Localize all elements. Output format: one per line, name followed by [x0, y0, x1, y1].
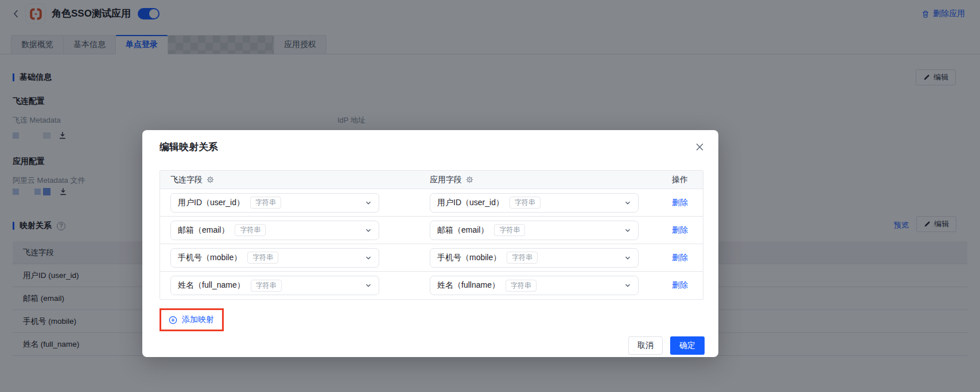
- select-value: 用户ID（user_id）: [178, 198, 244, 208]
- cancel-button[interactable]: 取消: [628, 336, 663, 355]
- type-tag: 字符串: [247, 252, 278, 264]
- feilian-column-header: 飞连字段: [160, 175, 419, 185]
- gear-icon[interactable]: [466, 176, 473, 183]
- type-tag: 字符串: [510, 197, 540, 209]
- modal-footer: 取消 确定: [628, 336, 705, 355]
- type-tag: 字符串: [494, 224, 525, 236]
- app-cell: 手机号（mobile） 字符串: [419, 248, 672, 268]
- app-cell: 姓名（fullname） 字符串: [419, 276, 672, 295]
- type-tag: 字符串: [251, 280, 282, 292]
- type-tag: 字符串: [235, 224, 266, 236]
- feilian-cell: 姓名（full_name） 字符串: [160, 276, 419, 295]
- feilian-field-select[interactable]: 邮箱（email） 字符串: [170, 221, 379, 240]
- app-cell: 用户ID（user_id） 字符串: [419, 193, 672, 213]
- delete-row-link[interactable]: 删除: [672, 253, 688, 262]
- add-mapping-label: 添加映射: [182, 315, 214, 325]
- chevron-down-icon: [365, 227, 372, 234]
- delete-row-link[interactable]: 删除: [672, 225, 688, 234]
- modal-mapping-table: 飞连字段 应用字段 操作 用户ID（user_id）: [160, 170, 703, 300]
- select-value: 邮箱（email）: [178, 225, 229, 236]
- gear-icon[interactable]: [207, 176, 214, 183]
- app-field-select[interactable]: 手机号（mobile） 字符串: [430, 248, 639, 268]
- select-value: 邮箱（email）: [437, 225, 488, 236]
- mapping-row: 用户ID（user_id） 字符串 用户ID（user_id） 字符串 删除: [160, 189, 703, 217]
- chevron-down-icon: [365, 199, 372, 206]
- action-column-header: 操作: [672, 175, 703, 185]
- type-tag: 字符串: [250, 197, 281, 209]
- modal-title: 编辑映射关系: [160, 140, 218, 154]
- select-value: 用户ID（user_id）: [437, 198, 504, 208]
- delete-row-link[interactable]: 删除: [672, 198, 688, 207]
- chevron-down-icon: [624, 199, 631, 206]
- select-value: 手机号（mobile）: [437, 253, 501, 263]
- chevron-down-icon: [365, 254, 372, 261]
- feilian-field-select[interactable]: 手机号（mobile） 字符串: [170, 248, 379, 268]
- feilian-cell: 邮箱（email） 字符串: [160, 221, 419, 240]
- select-value: 姓名（full_name）: [178, 280, 245, 291]
- feilian-cell: 手机号（mobile） 字符串: [160, 248, 419, 268]
- close-icon[interactable]: [694, 142, 705, 152]
- plus-circle-icon: [169, 316, 177, 324]
- type-tag: 字符串: [507, 252, 538, 264]
- app-field-select[interactable]: 用户ID（user_id） 字符串: [430, 193, 639, 213]
- add-mapping-button[interactable]: 添加映射: [161, 310, 222, 330]
- app-field-select[interactable]: 邮箱（email） 字符串: [430, 221, 639, 240]
- select-value: 手机号（mobile）: [178, 253, 242, 263]
- chevron-down-icon: [365, 282, 372, 289]
- feilian-field-select[interactable]: 用户ID（user_id） 字符串: [170, 193, 379, 213]
- select-value: 姓名（fullname）: [437, 280, 500, 291]
- type-tag: 字符串: [505, 280, 536, 292]
- edit-mapping-modal: 编辑映射关系 飞连字段 应用字段 操作: [142, 130, 718, 357]
- feilian-column-label: 飞连字段: [170, 175, 203, 185]
- app-cell: 邮箱（email） 字符串: [419, 221, 672, 240]
- confirm-button[interactable]: 确定: [670, 336, 705, 355]
- delete-row-link[interactable]: 删除: [672, 280, 688, 289]
- chevron-down-icon: [624, 282, 631, 289]
- app-column-label: 应用字段: [430, 175, 462, 185]
- mapping-row: 姓名（full_name） 字符串 姓名（fullname） 字符串 删除: [160, 272, 703, 299]
- feilian-field-select[interactable]: 姓名（full_name） 字符串: [170, 276, 379, 295]
- app-field-select[interactable]: 姓名（fullname） 字符串: [430, 276, 639, 295]
- chevron-down-icon: [624, 227, 631, 234]
- modal-table-header: 飞连字段 应用字段 操作: [160, 171, 703, 189]
- feilian-cell: 用户ID（user_id） 字符串: [160, 193, 419, 213]
- screen: 角色SSO测试应用 删除应用 数据概览 基本信息 单点登录 应用授权 基础信息 …: [0, 0, 980, 392]
- mapping-row: 邮箱（email） 字符串 邮箱（email） 字符串 删除: [160, 217, 703, 244]
- annotation-highlight: 添加映射: [160, 308, 224, 331]
- chevron-down-icon: [624, 254, 631, 261]
- mapping-row: 手机号（mobile） 字符串 手机号（mobile） 字符串 删除: [160, 244, 703, 272]
- app-column-header: 应用字段: [419, 175, 672, 185]
